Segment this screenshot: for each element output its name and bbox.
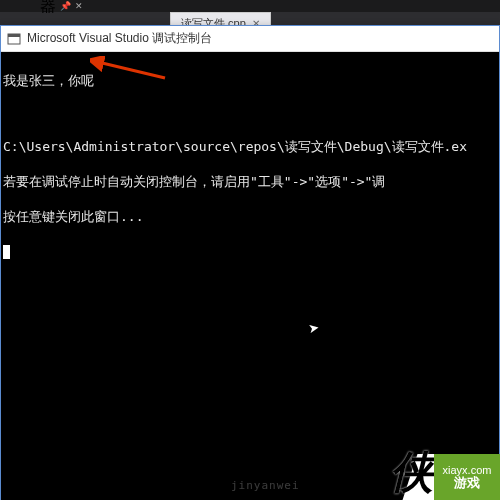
close-panel-icon[interactable]: ✕ xyxy=(75,1,83,11)
titlebar[interactable]: Microsoft Visual Studio 调试控制台 xyxy=(1,26,499,52)
window-title: Microsoft Visual Studio 调试控制台 xyxy=(27,30,212,47)
app-icon xyxy=(7,32,21,46)
vs-topbar: 器 📌 ✕ xyxy=(0,0,500,12)
output-line: C:\Users\Administrator\source\repos\读写文件… xyxy=(3,138,497,156)
mouse-cursor-icon: ➤ xyxy=(307,316,322,342)
output-line: 若要在调试停止时自动关闭控制台，请启用"工具"->"选项"->"调 xyxy=(3,173,497,191)
console-window: Microsoft Visual Studio 调试控制台 我是张三，你呢 C:… xyxy=(0,25,500,500)
output-line: 按任意键关闭此窗口... xyxy=(3,208,497,226)
watermark-user: jinyanwei xyxy=(231,479,300,494)
console-body[interactable]: 我是张三，你呢 C:\Users\Administrator\source\re… xyxy=(1,52,499,500)
pin-icon[interactable]: 📌 xyxy=(60,1,71,11)
text-caret xyxy=(3,245,10,259)
svg-rect-1 xyxy=(8,34,20,37)
output-line: 我是张三，你呢 xyxy=(3,72,497,90)
truncated-panel-label: 器 xyxy=(40,0,56,17)
